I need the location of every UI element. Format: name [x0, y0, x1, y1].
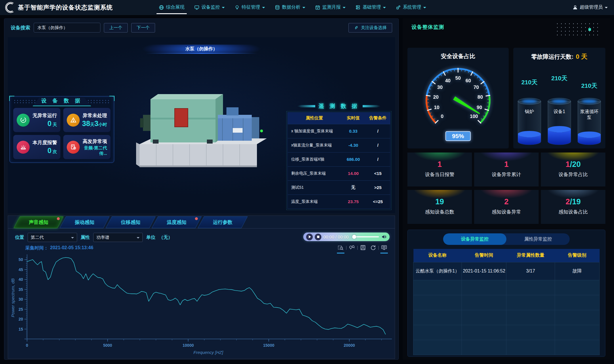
- attr-value: 无: [341, 180, 365, 195]
- divider: [346, 246, 346, 250]
- seek-knob[interactable]: [352, 235, 356, 239]
- stat-abnormal-total: 1设备异常累计: [474, 153, 539, 186]
- table-row: 剩余电压_泵体末端14.00<15: [288, 166, 390, 180]
- sync-check-icon: [17, 114, 30, 127]
- value-part: 小时: [98, 122, 107, 127]
- table-row: 测试51无>25: [288, 180, 390, 195]
- nav-menu: 综合展现 设备监控 特征管理 数据分析 监测月报: [159, 0, 426, 15]
- divider: [378, 246, 379, 250]
- nav-item-base-mgmt[interactable]: 基础管理: [355, 0, 386, 15]
- spectrum-chart[interactable]: 152025303540455005000100001500020000Powe…: [10, 253, 394, 355]
- tab-label: 位移感知: [121, 219, 140, 226]
- chevron-down-icon: [343, 7, 346, 8]
- tab-vibration-sensing[interactable]: 振动感知: [60, 216, 110, 228]
- cylinder-name: 设备1: [546, 109, 573, 115]
- next-device-button[interactable]: 下一个: [131, 23, 155, 33]
- chevron-down-icon: [137, 237, 140, 239]
- svg-text:5000: 5000: [103, 343, 112, 348]
- alarm-table: 设备名称 告警时间 异常属性数量 告警级别 云酷水泵（勿操作1） 2021-01…: [413, 249, 600, 355]
- stat-sensor-abnormal: 2感知设备异常: [474, 190, 539, 224]
- stat-sensor-total: 19感知设备总数: [407, 190, 472, 224]
- server-icon: [355, 5, 361, 10]
- nav-item-label: 数据分析: [282, 4, 300, 10]
- zero-fault-card: 零故障运行天数: 0 天 210天 锅炉 210天 设备1 210天 浆液循环泵: [513, 48, 605, 148]
- search-label: 设备搜索: [11, 24, 30, 31]
- attr-value: 14.00: [341, 166, 365, 180]
- position-select[interactable]: 第二代: [28, 233, 77, 242]
- attribute-select[interactable]: 功率谱: [93, 233, 143, 242]
- data-view-icon[interactable]: [380, 244, 388, 251]
- safety-gauge: 0102030405060708090100: [407, 61, 509, 133]
- alarm-tabs: 设备异常监控 属性异常监控: [443, 233, 570, 245]
- unit-label: 单位: [146, 235, 155, 241]
- tab-device-abnormal-monitor[interactable]: 设备异常监控: [443, 233, 506, 245]
- gauge-value-badge: 95%: [445, 131, 471, 141]
- value-part: 天: [90, 122, 94, 127]
- tab-sound-sensing[interactable]: 声音感知: [14, 216, 64, 228]
- nav-item-label: 特征管理: [242, 4, 260, 10]
- svg-text:25: 25: [18, 307, 23, 312]
- nav-item-overview[interactable]: 综合展现: [159, 0, 184, 15]
- volume-icon[interactable]: [381, 234, 387, 240]
- zoom-reset-icon[interactable]: [348, 244, 356, 251]
- device-3d-viewer[interactable]: 水泵（勿操作）: [8, 37, 395, 213]
- alarm-condition: /: [366, 152, 390, 166]
- stat-card-normal-run: 无异常运行 0 天: [13, 108, 60, 132]
- user-menu[interactable]: 超级管理员: [573, 4, 608, 10]
- cylinder-row: 210天 锅炉 210天 设备1 210天 浆液循环泵: [513, 65, 605, 146]
- alarm-condition: /: [366, 138, 390, 152]
- alarm-empty-row: [413, 295, 600, 310]
- value-part: 0: [47, 146, 52, 155]
- alarm-monitor-card: 设备异常监控 属性异常监控 设备名称 告警时间 异常属性数量 告警级别 云酷水泵…: [407, 230, 605, 357]
- zoom-select-icon[interactable]: [337, 244, 344, 251]
- alarm-empty-row: [413, 310, 600, 325]
- attr-name: 测试51: [288, 180, 341, 195]
- device-search-input[interactable]: [34, 23, 100, 33]
- app-title: 基于智能声学的设备状态监测系统: [18, 3, 113, 12]
- capture-time-row: 采集时间： 2021-02-05 15:13:46: [25, 245, 93, 251]
- svg-text:Frequency [HZ]: Frequency [HZ]: [193, 350, 223, 355]
- svg-text:20000: 20000: [344, 343, 355, 348]
- attr-value: -4.30: [341, 138, 365, 152]
- card-value: 0 次: [32, 146, 57, 155]
- save-image-icon[interactable]: [359, 244, 367, 251]
- calendar-icon: [315, 5, 320, 10]
- play-button[interactable]: [306, 234, 313, 240]
- nav-item-device-monitor[interactable]: 设备监控: [194, 0, 225, 15]
- dashboard: 基于智能声学的设备状态监测系统 综合展现 设备监控 特征管理 数据分析: [0, 0, 614, 364]
- nav-item-data-analysis[interactable]: 数据分析: [275, 0, 305, 15]
- nav-item-monthly-report[interactable]: 监测月报: [315, 0, 346, 15]
- value-part: 19: [435, 197, 444, 206]
- svg-text:Power spectrum, dB: Power spectrum, dB: [10, 278, 15, 317]
- device-data-cards: 无异常运行 0 天 异常未处理 38天3小时: [13, 108, 110, 159]
- siren-icon: [17, 141, 30, 154]
- focus-device-select-button[interactable]: 关注设备选择: [348, 23, 392, 33]
- alarm-empty-row: [413, 340, 600, 355]
- tab-label: 振动感知: [75, 219, 94, 226]
- alarm-row[interactable]: 云酷水泵（勿操作1） 2021-01-15 11:06:52 3/17 故障: [413, 262, 600, 280]
- svg-text:20: 20: [433, 94, 438, 100]
- glow: [407, 190, 472, 224]
- tab-label: 运行参数: [213, 219, 232, 226]
- chevron-down-icon: [605, 7, 608, 8]
- capture-time-label: 采集时间：: [25, 245, 48, 251]
- cylinder-graphic: 浆液循环泵: [576, 97, 602, 146]
- stat-card-month-alarm: 本月度报警 0 次: [13, 135, 60, 159]
- tab-temperature-sensing[interactable]: 温度感知: [152, 216, 202, 228]
- refresh-icon[interactable]: [369, 244, 377, 251]
- stop-button[interactable]: [315, 234, 321, 240]
- nav-item-system-mgmt[interactable]: 系统管理: [396, 0, 426, 15]
- tab-operating-params[interactable]: 运行参数: [198, 216, 248, 228]
- tab-displacement-sensing[interactable]: 位移感知: [106, 216, 156, 228]
- nav-item-feature-mgmt[interactable]: 特征管理: [234, 0, 265, 15]
- overall-monitor-panel: 设备整体监测 安全设备占比 0102030405060708090100 95%…: [403, 18, 610, 360]
- card-title: 高发异常项: [82, 138, 107, 145]
- focus-device-select-label: 关注设备选择: [361, 25, 387, 31]
- sensing-section: 声音感知 振动感知 位移感知 温度感知 运行参数 位置 第二代 属性 功率谱 单…: [8, 216, 395, 359]
- prev-device-button[interactable]: 上一个: [104, 23, 128, 33]
- glow: [541, 153, 605, 186]
- glow: [474, 153, 539, 186]
- dots-decoration: [555, 22, 598, 37]
- player-seekbar[interactable]: [354, 236, 379, 237]
- tab-attribute-abnormal-monitor[interactable]: 属性异常监控: [506, 233, 570, 245]
